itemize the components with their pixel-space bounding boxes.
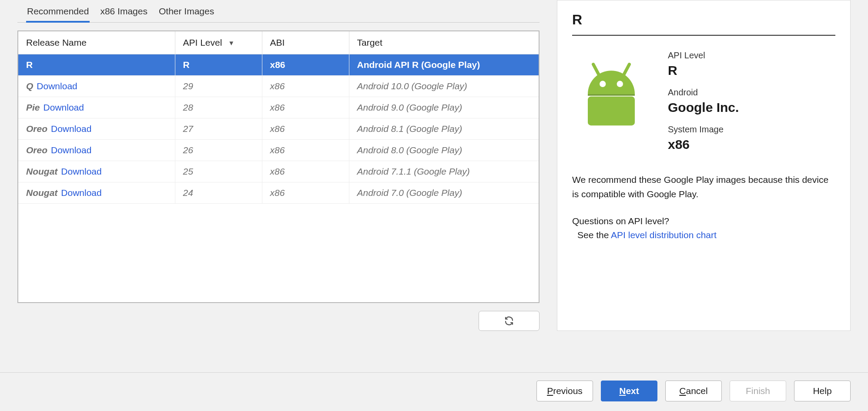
table-row[interactable]: NougatDownload24x86Android 7.0 (Google P… (18, 182, 539, 204)
table-row[interactable]: OreoDownload26x86Android 8.0 (Google Pla… (18, 140, 539, 161)
sort-desc-icon: ▼ (228, 39, 235, 47)
download-link[interactable]: Download (51, 124, 91, 134)
table-row[interactable]: RRx86Android API R (Google Play) (18, 54, 539, 76)
api-cell: 27 (175, 118, 262, 140)
android-icon (572, 48, 650, 162)
svg-rect-5 (588, 94, 635, 96)
api-cell: 28 (175, 97, 262, 118)
target-cell: Android 8.0 (Google Play) (349, 140, 539, 161)
api-distribution-link[interactable]: API level distribution chart (611, 230, 717, 240)
finish-button: Finish (730, 381, 786, 401)
api-cell: 29 (175, 76, 262, 97)
api-cell: 25 (175, 161, 262, 182)
svg-point-4 (617, 81, 623, 87)
tab-other-images[interactable]: Other Images (158, 3, 215, 22)
release-name: Nougat (26, 166, 57, 176)
abi-cell: x86 (262, 97, 349, 118)
abi-cell: x86 (262, 118, 349, 140)
system-image-table: Release Name API Level ▼ ABI Target RRx8… (17, 30, 540, 303)
api-cell: 26 (175, 140, 262, 161)
release-name: Oreo (26, 145, 47, 155)
abi-cell: x86 (262, 76, 349, 97)
col-api-level-label: API Level (183, 37, 222, 47)
system-image-label: System Image (668, 125, 739, 135)
next-button[interactable]: Next (601, 381, 657, 401)
table-row[interactable]: NougatDownload25x86Android 7.1.1 (Google… (18, 161, 539, 182)
android-label: Android (668, 88, 739, 98)
detail-title: R (572, 12, 835, 36)
abi-cell: x86 (262, 182, 349, 204)
col-release-name[interactable]: Release Name (18, 31, 175, 54)
cancel-button[interactable]: Cancel (665, 381, 722, 401)
abi-cell: x86 (262, 161, 349, 182)
abi-cell: x86 (262, 140, 349, 161)
col-api-level[interactable]: API Level ▼ (175, 31, 262, 54)
detail-panel: R API Level R Android (557, 0, 851, 331)
help-button[interactable]: Help (794, 381, 851, 401)
release-name: Pie (26, 102, 40, 112)
recommend-text: We recommend these Google Play images be… (572, 173, 835, 201)
download-link[interactable]: Download (51, 145, 91, 155)
download-link[interactable]: Download (61, 188, 101, 198)
tab-recommended[interactable]: Recommended (26, 3, 90, 23)
see-prefix: See the (577, 230, 611, 240)
wizard-footer: Previous Next Cancel Finish Help (0, 372, 868, 411)
release-name: Q (26, 81, 33, 91)
table-row[interactable]: PieDownload28x86Android 9.0 (Google Play… (18, 97, 539, 118)
col-abi[interactable]: ABI (262, 31, 349, 54)
image-tabs: Recommended x86 Images Other Images (17, 0, 540, 23)
previous-button[interactable]: Previous (536, 381, 593, 401)
target-cell: Android 9.0 (Google Play) (349, 97, 539, 118)
download-link[interactable]: Download (61, 166, 101, 176)
release-name: R (26, 60, 33, 70)
target-cell: Android 8.1 (Google Play) (349, 118, 539, 140)
target-cell: Android 7.0 (Google Play) (349, 182, 539, 204)
see-wrap: See the API level distribution chart (572, 230, 835, 240)
refresh-button[interactable] (479, 311, 540, 331)
release-name: Nougat (26, 188, 57, 198)
target-cell: Android 7.1.1 (Google Play) (349, 161, 539, 182)
api-level-label: API Level (668, 51, 739, 61)
abi-cell: x86 (262, 54, 349, 76)
table-row[interactable]: QDownload29x86Android 10.0 (Google Play) (18, 76, 539, 97)
api-cell: 24 (175, 182, 262, 204)
system-image-value: x86 (668, 137, 739, 152)
release-name: Oreo (26, 124, 47, 134)
tab-x86-images[interactable]: x86 Images (99, 3, 148, 22)
svg-rect-2 (588, 97, 635, 126)
download-link[interactable]: Download (37, 81, 77, 91)
api-question: Questions on API level? (572, 216, 835, 226)
vendor-value: Google Inc. (668, 100, 739, 115)
api-level-value: R (668, 63, 739, 78)
refresh-icon (504, 316, 514, 326)
download-link[interactable]: Download (44, 102, 84, 112)
api-cell: R (175, 54, 262, 76)
col-target[interactable]: Target (349, 31, 539, 54)
target-cell: Android API R (Google Play) (349, 54, 539, 76)
table-row[interactable]: OreoDownload27x86Android 8.1 (Google Pla… (18, 118, 539, 140)
svg-point-3 (600, 81, 606, 87)
target-cell: Android 10.0 (Google Play) (349, 76, 539, 97)
